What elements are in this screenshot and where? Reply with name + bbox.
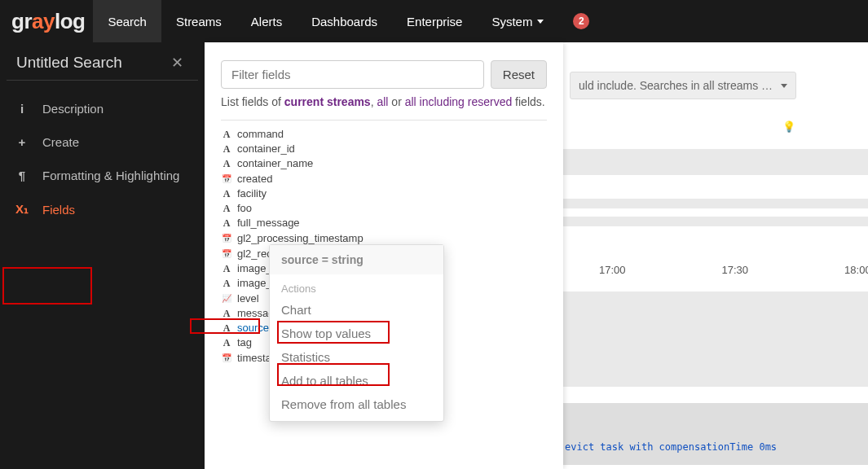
time-axis: 17:00 17:30 18:00: [563, 264, 868, 276]
filter-fields-input[interactable]: [221, 60, 484, 89]
field-name[interactable]: container_id: [237, 142, 295, 156]
ctx-remove-from-all-tables[interactable]: Remove from all tables: [270, 392, 443, 416]
text-type-icon: A: [221, 201, 232, 216]
text-type-icon: A: [221, 321, 232, 335]
plus-icon: +: [15, 135, 29, 149]
field-row[interactable]: Acontainer_name: [221, 156, 547, 171]
nav-search[interactable]: Search: [93, 0, 161, 42]
field-name[interactable]: facility: [237, 186, 267, 201]
text-type-icon: A: [221, 261, 232, 276]
nav-streams[interactable]: Streams: [161, 0, 236, 42]
link-all[interactable]: all: [377, 95, 388, 108]
brand-logo: graylog: [11, 9, 85, 34]
highlight-box: [2, 267, 92, 305]
top-nav: graylog Search Streams Alerts Dashboards…: [0, 0, 868, 42]
variable-icon: X₁: [15, 202, 29, 217]
sidebar: Untitled Search ✕ i Description + Create…: [0, 42, 205, 469]
sidebar-item-label: Description: [42, 102, 104, 116]
field-row[interactable]: Acontainer_id: [221, 142, 547, 156]
calendar-icon: [221, 350, 232, 366]
stream-selector[interactable]: uld include. Searches in all streams …: [570, 72, 796, 99]
chevron-down-icon: [781, 84, 787, 88]
logo-text-accent: ay: [32, 9, 55, 33]
link-all-reserved[interactable]: all including reserved: [405, 95, 513, 108]
divider: [221, 120, 547, 121]
text-type-icon: A: [221, 142, 232, 156]
logo-text: gr: [11, 9, 32, 33]
calendar-icon: [221, 230, 232, 246]
sidebar-item-fields[interactable]: X₁ Fields: [0, 192, 205, 226]
logo-text: log: [55, 9, 86, 33]
reset-button[interactable]: Reset: [491, 60, 547, 89]
field-name[interactable]: gl2_processing_timestamp: [237, 231, 364, 246]
axis-tick: 17:00: [599, 264, 626, 276]
results-row: [563, 403, 868, 465]
text-type-icon: A: [221, 127, 232, 142]
fields-caption: List fields of current streams, all or a…: [221, 95, 547, 108]
nav-system[interactable]: System: [477, 0, 558, 42]
results-placeholder: [563, 291, 868, 387]
chart-placeholder: [563, 149, 868, 175]
nav-enterprise[interactable]: Enterprise: [392, 0, 477, 42]
ctx-show-top-values[interactable]: Show top values: [270, 322, 443, 345]
field-row[interactable]: created: [221, 171, 547, 186]
field-name[interactable]: full_message: [237, 216, 300, 230]
close-icon[interactable]: ✕: [171, 54, 183, 72]
lightbulb-icon[interactable]: 💡: [782, 121, 795, 133]
chevron-down-icon: [537, 20, 544, 24]
axis-tick: 17:30: [722, 264, 749, 276]
context-menu-header: source = string: [270, 245, 443, 274]
sidebar-item-description[interactable]: i Description: [0, 92, 205, 125]
sidebar-item-formatting[interactable]: ¶ Formatting & Highlighting: [0, 159, 205, 192]
sidebar-header: Untitled Search ✕: [7, 42, 198, 81]
field-name[interactable]: container_name: [237, 156, 313, 171]
text-type-icon: A: [221, 216, 232, 230]
text-type-icon: A: [221, 156, 232, 171]
text-type-icon: A: [221, 276, 232, 291]
field-name[interactable]: created: [237, 172, 272, 186]
chart-placeholder: [563, 199, 868, 208]
chart-icon: [221, 291, 232, 306]
nav-tabs: Search Streams Alerts Dashboards Enterpr…: [93, 0, 558, 42]
sidebar-item-label: Fields: [42, 203, 75, 217]
log-message: evict task with compensationTime 0ms: [565, 441, 777, 453]
sidebar-item-label: Create: [42, 135, 79, 149]
text-type-icon: A: [221, 186, 232, 201]
search-title: Untitled Search: [16, 54, 122, 72]
chart-placeholder: [563, 217, 868, 226]
field-row[interactable]: Afacility: [221, 186, 547, 201]
field-name[interactable]: level: [237, 291, 259, 306]
paragraph-icon: ¶: [15, 169, 29, 182]
link-current-streams[interactable]: current streams: [284, 95, 371, 108]
field-row[interactable]: Afoo: [221, 201, 547, 216]
nav-dashboards[interactable]: Dashboards: [297, 0, 392, 42]
main-content: uld include. Searches in all streams … 💡…: [563, 42, 868, 469]
field-row[interactable]: Acommand: [221, 127, 547, 142]
field-name[interactable]: source: [237, 321, 269, 335]
ctx-chart[interactable]: Chart: [270, 298, 443, 322]
context-menu-section: Actions: [270, 274, 443, 298]
ctx-add-to-all-tables[interactable]: Add to all tables: [270, 369, 443, 392]
info-icon: i: [15, 102, 29, 116]
field-context-menu: source = string Actions Chart Show top v…: [269, 244, 444, 422]
text-type-icon: A: [221, 306, 232, 321]
calendar-icon: [221, 171, 232, 186]
axis-tick: 18:00: [844, 264, 868, 276]
field-row[interactable]: Afull_message: [221, 216, 547, 230]
sidebar-item-label: Formatting & Highlighting: [42, 169, 179, 182]
notification-badge[interactable]: 2: [573, 13, 589, 29]
ctx-statistics[interactable]: Statistics: [270, 345, 443, 369]
calendar-icon: [221, 246, 232, 261]
sidebar-item-create[interactable]: + Create: [0, 125, 205, 159]
field-name[interactable]: foo: [237, 201, 252, 216]
field-name[interactable]: tag: [237, 335, 252, 350]
text-type-icon: A: [221, 335, 232, 350]
sidebar-items: i Description + Create ¶ Formatting & Hi…: [0, 81, 205, 226]
nav-alerts[interactable]: Alerts: [236, 0, 297, 42]
stream-selector-label: uld include. Searches in all streams …: [579, 79, 773, 92]
field-name[interactable]: command: [237, 127, 284, 142]
